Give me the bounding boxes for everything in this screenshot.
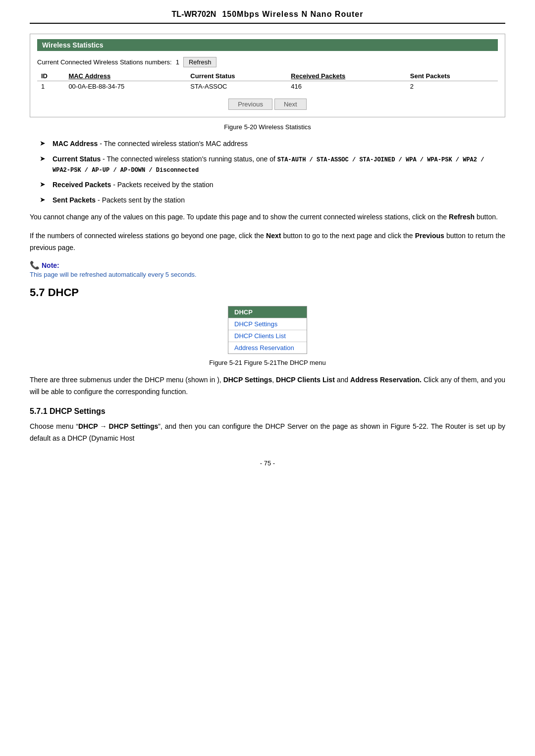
table-cell: 416 (287, 81, 406, 92)
bullet-status-sep: - (101, 155, 107, 163)
dhcp-para-start: There are three submenus under the DHCP … (30, 376, 223, 384)
dhcp-bold3: Address Reservation. (350, 376, 422, 384)
571-para-start: Choose menu “ (30, 422, 78, 430)
stats-summary-count: 1 (176, 58, 179, 66)
bullet-received-desc: Packets received by the station (117, 181, 214, 189)
table-cell: 00-0A-EB-88-34-75 (64, 81, 186, 92)
bullet-arrow-3: ➤ (40, 180, 48, 188)
table-cell: STA-ASSOC (186, 81, 287, 92)
para1-text: You cannot change any of the values on t… (30, 213, 449, 221)
col-mac: MAC Address (64, 71, 186, 81)
dhcp-menu-title: DHCP (228, 306, 307, 318)
dhcp-menu-item-reservation[interactable]: Address Reservation (228, 342, 307, 353)
bullet-mac: ➤ MAC Address - The connected wireless s… (40, 139, 505, 149)
page-number: - 75 - (30, 459, 505, 467)
dhcp-mid: , (272, 376, 276, 384)
bullet-mac-desc: The connected wireless station's MAC add… (104, 140, 248, 148)
dhcp-menu-item-settings[interactable]: DHCP Settings (228, 318, 307, 330)
refresh-button[interactable]: Refresh (183, 57, 217, 67)
dhcp-bold1: DHCP Settings (223, 376, 272, 384)
body-para-2: If the numbers of connected wireless sta… (30, 230, 505, 254)
section-57-heading: 5.7 DHCP (30, 286, 505, 299)
stats-box-title: Wireless Statistics (37, 39, 498, 51)
571-bold1: DHCP (78, 422, 98, 430)
note-section: 📞 Note: This page will be refreshed auto… (30, 260, 505, 278)
note-label-text: Note: (42, 261, 59, 269)
bullet-sent-label: Sent Packets (53, 196, 96, 204)
para1-end: button. (475, 213, 498, 221)
571-bold2: DHCP Settings (109, 422, 159, 430)
para2-previous: Previous (415, 232, 444, 240)
bullet-arrow-1: ➤ (40, 139, 48, 147)
section-571-heading: 5.7.1 DHCP Settings (30, 407, 505, 416)
bullet-sent-sep: - (96, 196, 102, 204)
note-phone-icon: 📞 (30, 260, 40, 270)
dhcp-mid2: and (335, 376, 350, 384)
body-para-1: You cannot change any of the values on t… (30, 211, 505, 223)
bullet-arrow-2: ➤ (40, 154, 48, 162)
para2-mid: button to go to the next page and click … (281, 232, 415, 240)
bullet-status-desc: The connected wireless station's running… (107, 155, 277, 163)
bullet-received-text: Received Packets - Packets received by t… (53, 180, 505, 190)
section-571-para: Choose menu “DHCP→DHCP Settings”, and th… (30, 421, 505, 445)
figure1-caption: Figure 5-20 Wireless Statistics (30, 123, 505, 131)
col-received: Received Packets (287, 71, 406, 81)
bullet-status: ➤ Current Status - The connected wireles… (40, 154, 505, 175)
dhcp-menu-container: DHCP DHCP Settings DHCP Clients List Add… (30, 306, 505, 354)
next-button[interactable]: Next (274, 99, 307, 110)
figure2-caption: Figure 5-21 Figure 5-21The DHCP menu (30, 359, 505, 366)
para2-next: Next (266, 232, 281, 240)
bullet-list: ➤ MAC Address - The connected wireless s… (40, 139, 505, 205)
bullet-sent-desc: Packets sent by the station (102, 196, 185, 204)
dhcp-menu-box: DHCP DHCP Settings DHCP Clients List Add… (228, 306, 307, 354)
dhcp-bold2: DHCP Clients List (276, 376, 335, 384)
wireless-statistics-box: Wireless Statistics Current Connected Wi… (30, 34, 505, 117)
arrow-icon: → (100, 422, 107, 430)
table-row: 100-0A-EB-88-34-75STA-ASSOC4162 (37, 81, 498, 92)
col-status: Current Status (186, 71, 287, 81)
bullet-received-sep: - (111, 181, 117, 189)
previous-button[interactable]: Previous (228, 99, 272, 110)
dhcp-menu-item-clients[interactable]: DHCP Clients List (228, 330, 307, 342)
bullet-received: ➤ Received Packets - Packets received by… (40, 180, 505, 190)
dhcp-desc-para: There are three submenus under the DHCP … (30, 374, 505, 398)
bullet-status-label: Current Status (53, 155, 101, 163)
table-cell: 1 (37, 81, 64, 92)
table-cell: 2 (406, 81, 498, 92)
nav-buttons: Previous Next (37, 99, 498, 110)
note-label: 📞 Note: (30, 260, 505, 270)
page-header: TL-WR702N 150Mbps Wireless N Nano Router (30, 10, 505, 24)
col-id: ID (37, 71, 64, 81)
stats-summary: Current Connected Wireless Stations numb… (37, 57, 498, 67)
para1-bold: Refresh (449, 213, 475, 221)
bullet-mac-label: MAC Address (53, 140, 98, 148)
bullet-received-label: Received Packets (53, 181, 111, 189)
stats-summary-label: Current Connected Wireless Stations numb… (37, 58, 172, 66)
header-model: TL-WR702N (172, 10, 216, 19)
header-description: 150Mbps Wireless N Nano Router (222, 10, 363, 19)
para2-text: If the numbers of connected wireless sta… (30, 232, 266, 240)
bullet-sent-text: Sent Packets - Packets sent by the stati… (53, 195, 505, 205)
bullet-status-text: Current Status - The connected wireless … (53, 154, 505, 175)
note-text: This page will be refreshed automaticall… (30, 271, 505, 278)
bullet-mac-sep: - (98, 140, 104, 148)
bullet-arrow-4: ➤ (40, 196, 48, 203)
table-header-row: ID MAC Address Current Status Received P… (37, 71, 498, 81)
bullet-mac-text: MAC Address - The connected wireless sta… (53, 139, 505, 149)
col-sent: Sent Packets (406, 71, 498, 81)
bullet-sent: ➤ Sent Packets - Packets sent by the sta… (40, 195, 505, 205)
wireless-stats-table: ID MAC Address Current Status Received P… (37, 71, 498, 92)
